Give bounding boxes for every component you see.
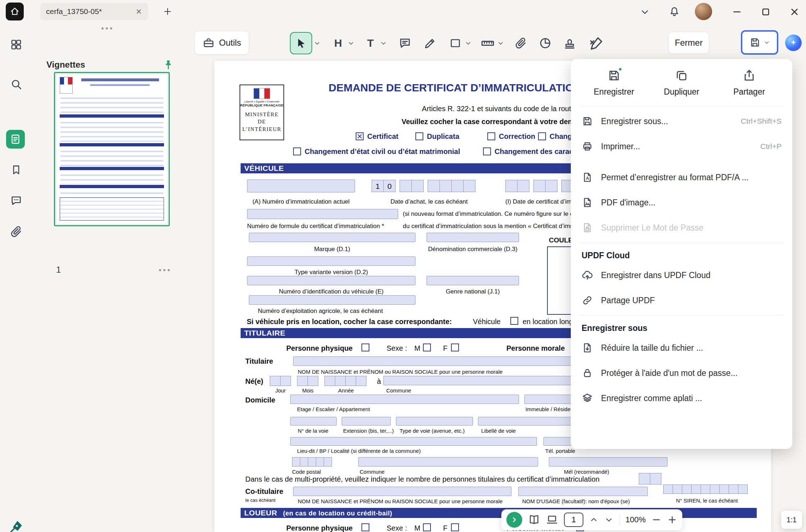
field-mel[interactable] [549,457,668,467]
shapes-tool-chevron-icon[interactable] [465,40,472,47]
field-ne-mois[interactable] [297,376,318,386]
checkbox-location[interactable] [510,317,518,325]
signature-tool-button[interactable] [586,35,606,51]
field-agricole[interactable] [249,295,415,305]
outils-button[interactable]: Outils [194,31,249,55]
save-button-highlighted[interactable] [741,30,778,55]
sticker-tool-button[interactable] [537,35,553,51]
attachments-icon[interactable] [9,224,23,239]
field-multi-count[interactable] [639,473,661,485]
document-tab[interactable]: cerfa_13750-05* [40,3,148,20]
checkbox-etat-civil[interactable] [293,147,301,155]
menu-action-enregistrer[interactable]: Enregistrer [582,68,646,97]
checkbox-correction[interactable] [487,132,495,140]
user-avatar[interactable] [695,3,712,20]
menu-item-reduire-taille[interactable]: Réduire la taille du fichier ... [571,335,792,360]
checkbox-sexe-f[interactable] [451,344,459,351]
field-co-titulaire-nom[interactable] [293,487,511,496]
thumbnail-options-icon[interactable] [159,269,170,271]
field-lieu-dit[interactable] [290,437,537,446]
next-page-button[interactable] [506,512,522,528]
menu-item-pdf-image[interactable]: PDF d'image... [571,190,792,215]
menu-item-enregistrer-aplati[interactable]: Enregistrer comme aplati ... [571,386,792,411]
presentation-icon[interactable] [546,514,558,526]
measure-tool-chevron-icon[interactable] [497,40,504,47]
checkbox-duplicata[interactable] [415,132,423,140]
minimize-button[interactable] [732,6,742,17]
field-ne-annee[interactable] [324,376,366,386]
shapes-tool-button[interactable] [447,35,463,51]
menu-action-dupliquer[interactable]: Dupliquer [650,68,713,97]
pin-icon[interactable] [163,59,174,71]
field-marque[interactable] [249,233,415,242]
previous-page-chevron-icon[interactable] [589,515,598,524]
zoom-out-icon[interactable] [651,515,661,525]
panel-drag-handle[interactable] [101,27,112,29]
field-genre[interactable] [427,276,519,285]
zoom-level[interactable]: 100% [625,515,646,524]
measure-tool-button[interactable] [480,35,496,51]
field-vin[interactable] [247,276,415,285]
select-tool-chevron-icon[interactable] [314,40,321,47]
field-code-postal[interactable] [292,457,332,467]
menu-item-partage-updf[interactable]: Partage UPDF [571,288,792,313]
signature-pen-icon[interactable] [9,519,23,532]
field-date-achat[interactable]: 10 [372,180,475,192]
attach-tool-button[interactable] [513,35,529,51]
checkbox-caracteristiques[interactable] [483,147,491,155]
edit-tool-chevron-icon[interactable] [347,40,355,47]
highlighter-tool-button[interactable] [422,35,438,51]
close-window-button[interactable] [789,6,800,17]
checkbox-certificat[interactable] [356,132,364,140]
field-denomination[interactable] [427,233,519,242]
field-type-voie[interactable] [396,417,473,426]
maximize-button[interactable] [760,6,771,17]
text-tool-chevron-icon[interactable] [380,40,387,47]
checkbox-loueur-m[interactable] [423,523,431,531]
field-formule[interactable] [247,209,398,219]
comments-icon[interactable] [9,194,23,208]
tab-close-icon[interactable] [135,8,142,15]
search-icon[interactable] [9,77,23,91]
actual-size-button[interactable]: 1:1 [781,511,802,529]
checkbox-loueur-f[interactable] [451,523,459,531]
page-thumbnail-1[interactable] [54,72,170,226]
menu-action-partager[interactable]: Partager [718,68,781,97]
ai-assistant-button[interactable] [785,35,802,51]
field-immatriculation[interactable] [247,179,355,192]
notifications-bell-icon[interactable] [668,5,680,17]
checkbox-personne-physique[interactable] [361,344,369,351]
menu-item-proteger-mot-de-passe[interactable]: Protéger à l'aide d'un mot de passe... [571,360,792,386]
field-siren[interactable] [663,485,747,494]
reader-view-icon[interactable] [528,514,540,526]
text-tool-button[interactable]: T [363,35,378,51]
field-ne-commune[interactable] [383,376,599,385]
sidebar-item-thumbnails[interactable] [6,130,25,149]
menu-item-pdfa[interactable]: A Permet d’enregistrer au format PDF/A .… [571,165,792,190]
next-page-chevron-icon[interactable] [604,515,614,524]
field-nom-usage[interactable] [518,487,648,496]
edit-tool-button[interactable]: H [330,35,346,51]
select-tool-button[interactable] [290,32,312,54]
tabs-chevron-down-icon[interactable] [639,6,650,17]
menu-item-enregistrer-cloud[interactable]: Enregistrer dans UPDF Cloud [571,263,792,288]
home-button[interactable] [6,3,24,21]
field-no-voie[interactable] [290,417,337,426]
bookmark-icon[interactable] [9,163,23,177]
page-number-input[interactable]: 1 [564,513,583,527]
field-commune[interactable] [358,457,538,467]
zoom-in-icon[interactable] [667,515,677,525]
fermer-button[interactable]: Fermer [668,32,709,54]
menu-item-enregistrer-sous[interactable]: Enregistrer sous... Ctrl+Shift+S [571,109,792,134]
comment-tool-button[interactable] [397,35,413,51]
field-extension[interactable] [342,417,391,426]
stamp-tool-button[interactable] [562,35,578,51]
field-type-variante[interactable] [247,256,415,266]
checkbox-changement-adresse[interactable] [538,132,546,140]
apps-grid-icon[interactable] [9,37,23,52]
new-tab-button[interactable] [163,6,173,17]
field-domicile-etage[interactable] [290,395,519,404]
field-ne-jour[interactable] [270,376,291,386]
menu-item-imprimer[interactable]: Imprimer... Ctrl+P [571,134,792,159]
checkbox-sexe-m[interactable] [423,344,431,351]
